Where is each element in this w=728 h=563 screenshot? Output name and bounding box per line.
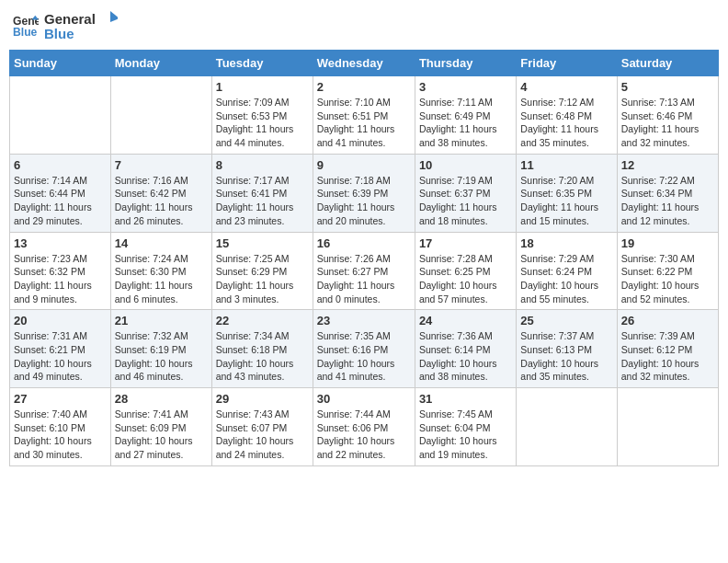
calendar-cell: 19Sunrise: 7:30 AM Sunset: 6:22 PM Dayli… — [617, 232, 718, 310]
day-info: Sunrise: 7:31 AM Sunset: 6:21 PM Dayligh… — [14, 329, 107, 384]
day-info: Sunrise: 7:12 AM Sunset: 6:48 PM Dayligh… — [520, 96, 612, 150]
day-number: 25 — [520, 314, 612, 327]
day-info: Sunrise: 7:18 AM Sunset: 6:39 PM Dayligh… — [317, 174, 411, 228]
day-number: 22 — [216, 314, 309, 327]
day-number: 23 — [317, 314, 411, 327]
day-number: 18 — [520, 236, 612, 250]
day-info: Sunrise: 7:29 AM Sunset: 6:24 PM Dayligh… — [520, 252, 612, 306]
day-number: 2 — [317, 80, 411, 94]
calendar-cell: 26Sunrise: 7:39 AM Sunset: 6:12 PM Dayli… — [617, 310, 718, 388]
calendar-cell: 5Sunrise: 7:13 AM Sunset: 6:46 PM Daylig… — [617, 76, 718, 155]
day-info: Sunrise: 7:22 AM Sunset: 6:34 PM Dayligh… — [621, 174, 714, 228]
calendar-cell: 1Sunrise: 7:09 AM Sunset: 6:53 PM Daylig… — [211, 76, 313, 155]
weekday-header: Thursday — [415, 51, 516, 76]
weekday-header: Saturday — [617, 51, 718, 76]
calendar-cell: 13Sunrise: 7:23 AM Sunset: 6:32 PM Dayli… — [10, 232, 111, 310]
day-info: Sunrise: 7:24 AM Sunset: 6:30 PM Dayligh… — [115, 252, 208, 306]
calendar-cell: 23Sunrise: 7:35 AM Sunset: 6:16 PM Dayli… — [313, 310, 415, 388]
calendar-week-row: 27Sunrise: 7:40 AM Sunset: 6:10 PM Dayli… — [10, 388, 719, 466]
day-number: 11 — [520, 158, 612, 172]
weekday-header: Monday — [110, 51, 211, 76]
calendar-cell: 4Sunrise: 7:12 AM Sunset: 6:48 PM Daylig… — [517, 76, 617, 155]
calendar-cell: 3Sunrise: 7:11 AM Sunset: 6:49 PM Daylig… — [415, 76, 516, 155]
day-info: Sunrise: 7:30 AM Sunset: 6:22 PM Dayligh… — [621, 252, 714, 306]
day-info: Sunrise: 7:43 AM Sunset: 6:07 PM Dayligh… — [216, 408, 309, 462]
day-number: 13 — [14, 236, 107, 250]
day-info: Sunrise: 7:34 AM Sunset: 6:18 PM Dayligh… — [216, 329, 309, 384]
day-number: 19 — [621, 236, 714, 250]
day-info: Sunrise: 7:41 AM Sunset: 6:09 PM Dayligh… — [115, 408, 208, 462]
day-info: Sunrise: 7:39 AM Sunset: 6:12 PM Dayligh… — [621, 329, 714, 384]
calendar-cell: 10Sunrise: 7:19 AM Sunset: 6:37 PM Dayli… — [415, 154, 516, 232]
calendar-table: SundayMondayTuesdayWednesdayThursdayFrid… — [9, 50, 719, 466]
day-number: 7 — [115, 158, 208, 172]
day-info: Sunrise: 7:45 AM Sunset: 6:04 PM Dayligh… — [419, 408, 512, 462]
day-info: Sunrise: 7:19 AM Sunset: 6:37 PM Dayligh… — [419, 174, 512, 228]
day-number: 16 — [317, 236, 411, 250]
calendar-cell: 18Sunrise: 7:29 AM Sunset: 6:24 PM Dayli… — [517, 232, 617, 310]
page-header: General Blue General Blue — [9, 9, 719, 42]
day-info: Sunrise: 7:23 AM Sunset: 6:32 PM Dayligh… — [14, 252, 107, 306]
calendar-cell: 2Sunrise: 7:10 AM Sunset: 6:51 PM Daylig… — [313, 76, 415, 155]
day-number: 29 — [216, 392, 309, 406]
day-info: Sunrise: 7:32 AM Sunset: 6:19 PM Dayligh… — [115, 329, 208, 384]
day-number: 9 — [317, 158, 411, 172]
day-info: Sunrise: 7:16 AM Sunset: 6:42 PM Dayligh… — [115, 174, 208, 228]
day-info: Sunrise: 7:20 AM Sunset: 6:35 PM Dayligh… — [520, 174, 612, 228]
calendar-week-row: 1Sunrise: 7:09 AM Sunset: 6:53 PM Daylig… — [10, 76, 719, 155]
logo-icon: General Blue — [13, 13, 39, 39]
calendar-cell: 29Sunrise: 7:43 AM Sunset: 6:07 PM Dayli… — [211, 388, 313, 466]
calendar-cell: 25Sunrise: 7:37 AM Sunset: 6:13 PM Dayli… — [517, 310, 617, 388]
day-number: 3 — [419, 80, 512, 94]
svg-text:General: General — [44, 11, 96, 27]
day-info: Sunrise: 7:37 AM Sunset: 6:13 PM Dayligh… — [520, 329, 612, 384]
day-number: 1 — [216, 80, 309, 94]
day-info: Sunrise: 7:10 AM Sunset: 6:51 PM Dayligh… — [317, 96, 411, 150]
calendar-body: 1Sunrise: 7:09 AM Sunset: 6:53 PM Daylig… — [10, 76, 719, 466]
day-number: 30 — [317, 392, 411, 406]
calendar-cell: 17Sunrise: 7:28 AM Sunset: 6:25 PM Dayli… — [415, 232, 516, 310]
day-info: Sunrise: 7:28 AM Sunset: 6:25 PM Dayligh… — [419, 252, 512, 306]
svg-text:Blue: Blue — [44, 26, 74, 41]
weekday-header: Wednesday — [313, 51, 415, 76]
calendar-cell: 8Sunrise: 7:17 AM Sunset: 6:41 PM Daylig… — [211, 154, 313, 232]
calendar-cell: 14Sunrise: 7:24 AM Sunset: 6:30 PM Dayli… — [110, 232, 211, 310]
calendar-cell: 7Sunrise: 7:16 AM Sunset: 6:42 PM Daylig… — [110, 154, 211, 232]
day-number: 20 — [14, 314, 107, 327]
day-number: 4 — [520, 80, 612, 94]
day-number: 28 — [115, 392, 208, 406]
calendar-cell: 16Sunrise: 7:26 AM Sunset: 6:27 PM Dayli… — [313, 232, 415, 310]
day-number: 26 — [621, 314, 714, 327]
day-number: 8 — [216, 158, 309, 172]
calendar-week-row: 6Sunrise: 7:14 AM Sunset: 6:44 PM Daylig… — [10, 154, 719, 232]
calendar-cell: 28Sunrise: 7:41 AM Sunset: 6:09 PM Dayli… — [110, 388, 211, 466]
day-info: Sunrise: 7:35 AM Sunset: 6:16 PM Dayligh… — [317, 329, 411, 384]
calendar-cell: 20Sunrise: 7:31 AM Sunset: 6:21 PM Dayli… — [10, 310, 111, 388]
calendar-cell: 21Sunrise: 7:32 AM Sunset: 6:19 PM Dayli… — [110, 310, 211, 388]
day-info: Sunrise: 7:17 AM Sunset: 6:41 PM Dayligh… — [216, 174, 309, 228]
logo: General Blue General Blue — [13, 9, 118, 42]
day-number: 12 — [621, 158, 714, 172]
svg-text:Blue: Blue — [13, 26, 38, 39]
calendar-week-row: 13Sunrise: 7:23 AM Sunset: 6:32 PM Dayli… — [10, 232, 719, 310]
day-number: 10 — [419, 158, 512, 172]
day-number: 14 — [115, 236, 208, 250]
svg-marker-5 — [110, 11, 118, 22]
day-number: 6 — [14, 158, 107, 172]
day-number: 31 — [419, 392, 512, 406]
logo-svg: General Blue — [44, 9, 118, 42]
calendar-cell: 9Sunrise: 7:18 AM Sunset: 6:39 PM Daylig… — [313, 154, 415, 232]
header-row: SundayMondayTuesdayWednesdayThursdayFrid… — [10, 51, 719, 76]
day-info: Sunrise: 7:11 AM Sunset: 6:49 PM Dayligh… — [419, 96, 512, 150]
calendar-cell — [110, 76, 211, 155]
day-info: Sunrise: 7:09 AM Sunset: 6:53 PM Dayligh… — [216, 96, 309, 150]
day-info: Sunrise: 7:25 AM Sunset: 6:29 PM Dayligh… — [216, 252, 309, 306]
day-number: 17 — [419, 236, 512, 250]
calendar-cell: 6Sunrise: 7:14 AM Sunset: 6:44 PM Daylig… — [10, 154, 111, 232]
day-number: 24 — [419, 314, 512, 327]
calendar-cell: 12Sunrise: 7:22 AM Sunset: 6:34 PM Dayli… — [617, 154, 718, 232]
calendar-header: SundayMondayTuesdayWednesdayThursdayFrid… — [10, 51, 719, 76]
calendar-cell — [617, 388, 718, 466]
calendar-cell — [10, 76, 111, 155]
day-info: Sunrise: 7:14 AM Sunset: 6:44 PM Dayligh… — [14, 174, 107, 228]
